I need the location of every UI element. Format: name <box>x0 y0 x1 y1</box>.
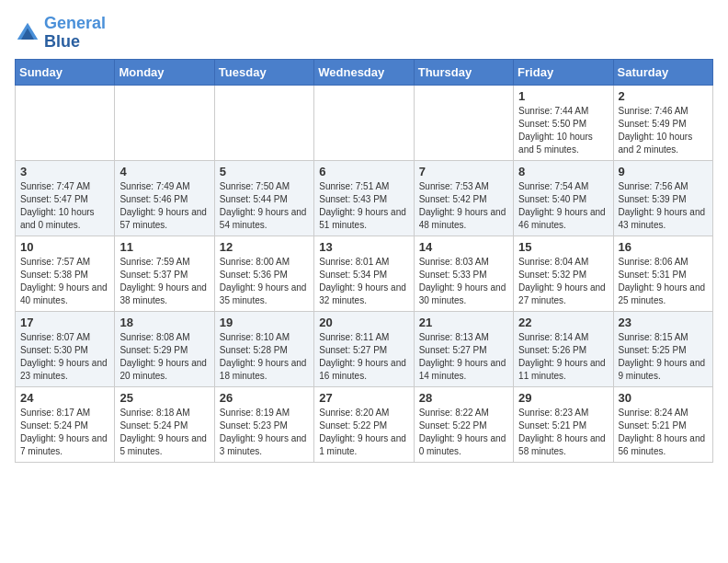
calendar-cell: 21Sunrise: 8:13 AM Sunset: 5:27 PM Dayli… <box>414 311 513 386</box>
day-info: Sunrise: 8:18 AM Sunset: 5:24 PM Dayligh… <box>119 407 209 458</box>
day-info: Sunrise: 8:15 AM Sunset: 5:25 PM Dayligh… <box>619 331 708 383</box>
day-number: 11 <box>119 240 209 254</box>
day-info: Sunrise: 8:04 AM Sunset: 5:32 PM Dayligh… <box>518 256 608 307</box>
calendar-cell: 25Sunrise: 8:18 AM Sunset: 5:24 PM Dayli… <box>115 386 214 462</box>
day-info: Sunrise: 7:56 AM Sunset: 5:39 PM Dayligh… <box>619 180 708 232</box>
day-number: 13 <box>319 240 408 254</box>
day-info: Sunrise: 8:07 AM Sunset: 5:30 PM Dayligh… <box>20 331 109 383</box>
day-number: 22 <box>518 316 608 329</box>
day-of-week-header: Friday <box>514 59 613 85</box>
calendar-cell: 9Sunrise: 7:56 AM Sunset: 5:39 PM Daylig… <box>613 160 712 236</box>
calendar-cell: 6Sunrise: 7:51 AM Sunset: 5:43 PM Daylig… <box>314 160 414 236</box>
day-number: 1 <box>518 89 608 103</box>
calendar-week-row: 17Sunrise: 8:07 AM Sunset: 5:30 PM Dayli… <box>16 311 713 386</box>
calendar-cell: 19Sunrise: 8:10 AM Sunset: 5:28 PM Dayli… <box>214 311 313 386</box>
calendar-cell: 1Sunrise: 7:44 AM Sunset: 5:50 PM Daylig… <box>514 85 613 160</box>
calendar-cell: 22Sunrise: 8:14 AM Sunset: 5:26 PM Dayli… <box>514 311 613 386</box>
day-info: Sunrise: 8:14 AM Sunset: 5:26 PM Dayligh… <box>518 331 608 383</box>
calendar-cell: 17Sunrise: 8:07 AM Sunset: 5:30 PM Dayli… <box>16 311 115 386</box>
day-number: 27 <box>319 391 408 405</box>
calendar-cell: 3Sunrise: 7:47 AM Sunset: 5:47 PM Daylig… <box>16 160 115 236</box>
day-number: 6 <box>319 165 408 178</box>
day-info: Sunrise: 8:22 AM Sunset: 5:22 PM Dayligh… <box>419 407 508 458</box>
day-number: 19 <box>220 316 309 329</box>
day-number: 3 <box>20 165 109 178</box>
day-info: Sunrise: 7:59 AM Sunset: 5:37 PM Dayligh… <box>119 256 209 307</box>
day-of-week-header: Thursday <box>414 59 513 85</box>
day-number: 24 <box>20 391 109 405</box>
day-number: 9 <box>619 165 708 178</box>
day-number: 28 <box>419 391 508 405</box>
calendar-cell: 12Sunrise: 8:00 AM Sunset: 5:36 PM Dayli… <box>214 236 313 311</box>
calendar-cell <box>414 85 513 160</box>
day-number: 10 <box>20 240 109 254</box>
calendar-week-row: 24Sunrise: 8:17 AM Sunset: 5:24 PM Dayli… <box>16 386 713 462</box>
day-number: 2 <box>619 89 708 103</box>
day-info: Sunrise: 7:46 AM Sunset: 5:49 PM Dayligh… <box>619 105 708 156</box>
calendar-cell: 10Sunrise: 7:57 AM Sunset: 5:38 PM Dayli… <box>16 236 115 311</box>
day-info: Sunrise: 8:17 AM Sunset: 5:24 PM Dayligh… <box>20 407 109 458</box>
logo-icon <box>15 20 40 46</box>
day-info: Sunrise: 8:06 AM Sunset: 5:31 PM Dayligh… <box>619 256 708 307</box>
day-info: Sunrise: 8:11 AM Sunset: 5:27 PM Dayligh… <box>319 331 408 383</box>
day-info: Sunrise: 7:53 AM Sunset: 5:42 PM Dayligh… <box>419 180 508 232</box>
day-number: 20 <box>319 316 408 329</box>
calendar-table: SundayMondayTuesdayWednesdayThursdayFrid… <box>15 59 713 463</box>
day-info: Sunrise: 8:23 AM Sunset: 5:21 PM Dayligh… <box>518 407 608 458</box>
day-info: Sunrise: 8:10 AM Sunset: 5:28 PM Dayligh… <box>220 331 309 383</box>
day-number: 15 <box>518 240 608 254</box>
calendar-cell: 20Sunrise: 8:11 AM Sunset: 5:27 PM Dayli… <box>314 311 414 386</box>
day-info: Sunrise: 8:19 AM Sunset: 5:23 PM Dayligh… <box>220 407 309 458</box>
day-info: Sunrise: 8:00 AM Sunset: 5:36 PM Dayligh… <box>220 256 309 307</box>
calendar-cell: 5Sunrise: 7:50 AM Sunset: 5:44 PM Daylig… <box>214 160 313 236</box>
day-info: Sunrise: 7:47 AM Sunset: 5:47 PM Dayligh… <box>20 180 109 232</box>
day-info: Sunrise: 8:03 AM Sunset: 5:33 PM Dayligh… <box>419 256 508 307</box>
day-of-week-header: Sunday <box>16 59 115 85</box>
day-number: 30 <box>619 391 708 405</box>
calendar-cell: 16Sunrise: 8:06 AM Sunset: 5:31 PM Dayli… <box>613 236 712 311</box>
calendar-cell: 4Sunrise: 7:49 AM Sunset: 5:46 PM Daylig… <box>115 160 214 236</box>
day-info: Sunrise: 8:24 AM Sunset: 5:21 PM Dayligh… <box>619 407 708 458</box>
calendar-cell: 11Sunrise: 7:59 AM Sunset: 5:37 PM Dayli… <box>115 236 214 311</box>
calendar-header-row: SundayMondayTuesdayWednesdayThursdayFrid… <box>16 59 713 85</box>
calendar-cell: 13Sunrise: 8:01 AM Sunset: 5:34 PM Dayli… <box>314 236 414 311</box>
calendar-cell: 23Sunrise: 8:15 AM Sunset: 5:25 PM Dayli… <box>613 311 712 386</box>
day-info: Sunrise: 7:57 AM Sunset: 5:38 PM Dayligh… <box>20 256 109 307</box>
day-info: Sunrise: 8:13 AM Sunset: 5:27 PM Dayligh… <box>419 331 508 383</box>
day-number: 5 <box>220 165 309 178</box>
day-number: 26 <box>220 391 309 405</box>
day-of-week-header: Saturday <box>613 59 712 85</box>
calendar-cell <box>314 85 414 160</box>
day-info: Sunrise: 7:54 AM Sunset: 5:40 PM Dayligh… <box>518 180 608 232</box>
day-number: 7 <box>419 165 508 178</box>
calendar-cell <box>214 85 313 160</box>
calendar-cell: 28Sunrise: 8:22 AM Sunset: 5:22 PM Dayli… <box>414 386 513 462</box>
calendar-cell <box>115 85 214 160</box>
day-info: Sunrise: 7:50 AM Sunset: 5:44 PM Dayligh… <box>220 180 309 232</box>
day-number: 12 <box>220 240 309 254</box>
calendar-cell: 2Sunrise: 7:46 AM Sunset: 5:49 PM Daylig… <box>613 85 712 160</box>
day-info: Sunrise: 8:20 AM Sunset: 5:22 PM Dayligh… <box>319 407 408 458</box>
calendar-week-row: 1Sunrise: 7:44 AM Sunset: 5:50 PM Daylig… <box>16 85 713 160</box>
calendar-cell: 7Sunrise: 7:53 AM Sunset: 5:42 PM Daylig… <box>414 160 513 236</box>
day-number: 25 <box>119 391 209 405</box>
page-header: General Blue <box>15 15 713 52</box>
day-info: Sunrise: 8:08 AM Sunset: 5:29 PM Dayligh… <box>119 331 209 383</box>
calendar-cell: 8Sunrise: 7:54 AM Sunset: 5:40 PM Daylig… <box>514 160 613 236</box>
calendar-cell: 29Sunrise: 8:23 AM Sunset: 5:21 PM Dayli… <box>514 386 613 462</box>
day-of-week-header: Tuesday <box>214 59 313 85</box>
day-number: 4 <box>119 165 209 178</box>
day-info: Sunrise: 8:01 AM Sunset: 5:34 PM Dayligh… <box>319 256 408 307</box>
day-number: 14 <box>419 240 508 254</box>
day-of-week-header: Monday <box>115 59 214 85</box>
calendar-cell: 15Sunrise: 8:04 AM Sunset: 5:32 PM Dayli… <box>514 236 613 311</box>
day-info: Sunrise: 7:49 AM Sunset: 5:46 PM Dayligh… <box>119 180 209 232</box>
logo-text: General Blue <box>44 15 106 52</box>
day-number: 23 <box>619 316 708 329</box>
day-number: 17 <box>20 316 109 329</box>
day-info: Sunrise: 7:51 AM Sunset: 5:43 PM Dayligh… <box>319 180 408 232</box>
day-of-week-header: Wednesday <box>314 59 414 85</box>
day-number: 8 <box>518 165 608 178</box>
calendar-cell: 27Sunrise: 8:20 AM Sunset: 5:22 PM Dayli… <box>314 386 414 462</box>
calendar-cell: 18Sunrise: 8:08 AM Sunset: 5:29 PM Dayli… <box>115 311 214 386</box>
